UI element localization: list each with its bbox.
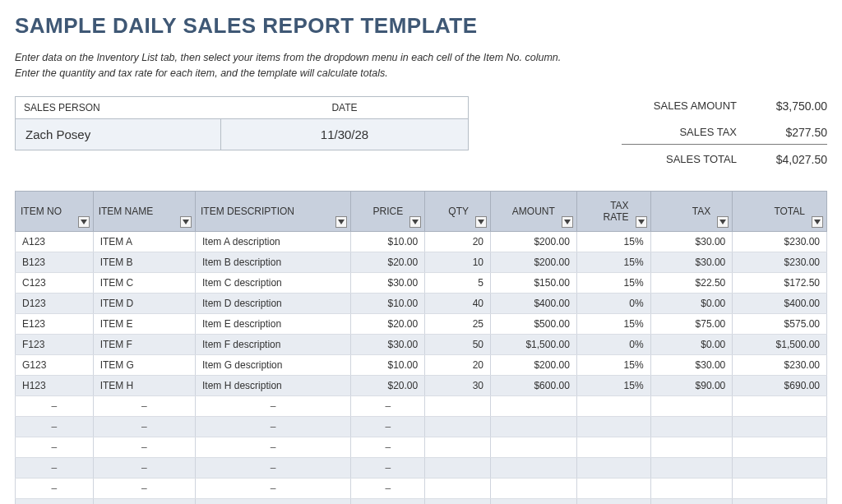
table-row[interactable]: E123ITEM EItem E description$20.0025$500… [16,313,827,334]
cell-amount[interactable]: $600.00 [490,375,576,395]
cell-qty[interactable]: 20 [425,354,491,375]
cell-price[interactable]: – [351,457,425,478]
cell-amount[interactable]: $1,500.00 [490,334,576,354]
col-header-qty[interactable]: QTY [425,191,491,231]
filter-icon[interactable] [180,216,192,228]
cell-taxrate[interactable] [576,478,650,498]
cell-total[interactable] [733,416,827,437]
filter-icon[interactable] [475,216,487,228]
cell-itemdesc[interactable]: Item B description [196,252,351,272]
cell-amount[interactable]: $200.00 [490,231,576,252]
cell-itemno[interactable]: G123 [16,354,94,375]
cell-itemname[interactable]: ITEM A [93,231,195,252]
cell-tax[interactable] [650,395,733,416]
cell-itemno[interactable]: D123 [16,293,94,313]
cell-tax[interactable]: $0.00 [650,293,733,313]
cell-itemname[interactable]: ITEM F [93,334,195,354]
cell-total[interactable]: $690.00 [733,375,827,395]
cell-taxrate[interactable] [576,416,650,437]
cell-qty[interactable]: 10 [425,252,491,272]
cell-itemno[interactable]: A123 [16,231,94,252]
col-header-itemdesc[interactable]: ITEM DESCRIPTION [196,191,351,231]
cell-amount[interactable]: $200.00 [490,354,576,375]
cell-itemno[interactable]: – [16,416,94,437]
cell-price[interactable]: $20.00 [351,313,425,334]
cell-total[interactable]: $400.00 [733,293,827,313]
cell-tax[interactable]: $0.00 [650,334,733,354]
filter-icon[interactable] [812,216,823,228]
cell-itemno[interactable]: – [16,395,94,416]
cell-amount[interactable]: $500.00 [490,313,576,334]
cell-total[interactable] [733,437,827,457]
cell-qty[interactable]: 25 [425,313,491,334]
cell-total[interactable] [733,478,827,498]
cell-itemno[interactable]: – [16,498,94,504]
filter-icon[interactable] [409,216,421,228]
table-row[interactable]: C123ITEM CItem C description$30.005$150.… [16,272,827,293]
cell-tax[interactable] [650,498,733,504]
filter-icon[interactable] [562,216,573,228]
cell-itemdesc[interactable]: Item E description [196,313,351,334]
cell-total[interactable] [733,395,827,416]
col-header-itemno[interactable]: ITEM NO [16,191,94,231]
cell-price[interactable]: $20.00 [351,375,425,395]
cell-qty[interactable]: 5 [425,272,491,293]
cell-taxrate[interactable] [576,457,650,478]
cell-qty[interactable] [425,498,491,504]
cell-amount[interactable] [490,437,576,457]
cell-qty[interactable]: 30 [425,375,491,395]
cell-amount[interactable]: $200.00 [490,252,576,272]
cell-itemdesc[interactable]: – [196,457,351,478]
cell-itemdesc[interactable]: – [196,478,351,498]
cell-qty[interactable] [425,478,491,498]
cell-itemno[interactable]: E123 [16,313,94,334]
cell-total[interactable]: $230.00 [733,252,827,272]
cell-itemdesc[interactable]: Item F description [196,334,351,354]
cell-itemno[interactable]: B123 [16,252,94,272]
cell-qty[interactable] [425,457,491,478]
cell-taxrate[interactable]: 15% [576,375,650,395]
cell-total[interactable]: $230.00 [733,231,827,252]
table-row-empty[interactable]: –––– [16,437,827,457]
cell-tax[interactable] [650,457,733,478]
cell-itemname[interactable]: – [93,395,195,416]
cell-itemdesc[interactable]: Item H description [196,375,351,395]
cell-price[interactable]: $30.00 [351,272,425,293]
cell-amount[interactable] [490,478,576,498]
cell-itemno[interactable]: H123 [16,375,94,395]
cell-itemdesc[interactable]: – [196,416,351,437]
cell-taxrate[interactable]: 15% [576,252,650,272]
cell-taxrate[interactable]: 15% [576,231,650,252]
table-row[interactable]: G123ITEM GItem G description$10.0020$200… [16,354,827,375]
cell-taxrate[interactable] [576,395,650,416]
cell-itemno[interactable]: F123 [16,334,94,354]
cell-itemdesc[interactable]: – [196,437,351,457]
sales-person-value[interactable]: Zach Posey [16,119,221,150]
cell-tax[interactable]: $30.00 [650,252,733,272]
col-header-itemname[interactable]: ITEM NAME [93,191,195,231]
cell-tax[interactable] [650,416,733,437]
cell-itemname[interactable]: ITEM G [93,354,195,375]
cell-itemname[interactable]: ITEM H [93,375,195,395]
cell-tax[interactable] [650,478,733,498]
cell-itemname[interactable]: ITEM C [93,272,195,293]
cell-price[interactable]: – [351,478,425,498]
cell-total[interactable]: $230.00 [733,354,827,375]
cell-taxrate[interactable] [576,437,650,457]
cell-itemdesc[interactable]: Item G description [196,354,351,375]
cell-tax[interactable]: $30.00 [650,354,733,375]
table-row[interactable]: F123ITEM FItem F description$30.0050$1,5… [16,334,827,354]
cell-itemdesc[interactable]: Item C description [196,272,351,293]
cell-itemno[interactable]: – [16,457,94,478]
cell-total[interactable]: $1,500.00 [733,334,827,354]
table-row[interactable]: B123ITEM BItem B description$20.0010$200… [16,252,827,272]
cell-tax[interactable]: $30.00 [650,231,733,252]
cell-itemname[interactable]: ITEM B [93,252,195,272]
cell-amount[interactable] [490,416,576,437]
cell-total[interactable] [733,457,827,478]
cell-itemdesc[interactable]: Item D description [196,293,351,313]
cell-amount[interactable] [490,498,576,504]
col-header-amount[interactable]: AMOUNT [490,191,576,231]
cell-amount[interactable] [490,457,576,478]
cell-qty[interactable] [425,416,491,437]
